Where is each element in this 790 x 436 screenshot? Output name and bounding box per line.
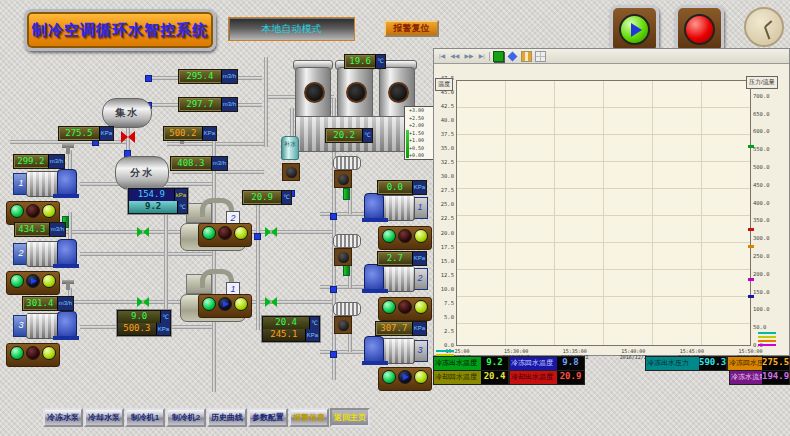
nav-return-home[interactable]: 返回主页 xyxy=(330,408,370,427)
strainer-icon xyxy=(333,234,361,248)
flow-readout: 297.7m3/h xyxy=(178,97,238,112)
cooling-tower xyxy=(293,58,333,116)
axis-tick: 300.0 xyxy=(753,236,787,241)
alarm-reset-button[interactable]: 报警复位 xyxy=(384,20,439,37)
cooling-pump-3[interactable]: 3 xyxy=(362,335,428,365)
pressure-readout: 275.5KPa xyxy=(58,126,114,141)
nav-alarm-info[interactable]: 报警信息 xyxy=(289,408,329,427)
pipe-sensor xyxy=(330,286,337,293)
axis-tick: 12.5 xyxy=(434,273,454,278)
nav-cooling-pump[interactable]: 冷却水泵 xyxy=(84,408,124,427)
zoom-in-icon[interactable] xyxy=(493,51,504,62)
cooling-pump2-press-readout: 2.7KPa xyxy=(377,251,427,266)
legend-chilled-supply-temp: 冷冻出水温度 9.2 xyxy=(433,356,509,371)
cooling-pump1-status-lights xyxy=(378,226,432,250)
axis-tick: 27.5 xyxy=(434,188,454,193)
level-mark: +3.00 xyxy=(409,108,433,113)
axis-tick: 20.0 xyxy=(434,231,454,236)
chiller-1[interactable]: 1 xyxy=(180,274,244,324)
axis-tick: 200.0 xyxy=(753,272,787,277)
axis-tick: 10.0 xyxy=(434,287,454,292)
gate-valve-icon xyxy=(62,144,74,148)
chilled-pump-3[interactable]: 3 xyxy=(13,310,79,340)
grid-toggle-icon[interactable] xyxy=(535,51,546,62)
axis-marker xyxy=(748,295,754,298)
nav-chiller-2[interactable]: 制冷机2 xyxy=(166,408,206,427)
axis-tick: 5.0 xyxy=(434,315,454,320)
rewind-icon[interactable]: ◀◀ xyxy=(449,51,460,61)
first-page-icon[interactable]: |◀ xyxy=(438,51,446,61)
pipe xyxy=(320,350,364,354)
collect-water-tank: 集水 xyxy=(102,98,152,128)
start-icon xyxy=(619,14,650,45)
stop-icon xyxy=(684,14,715,45)
forward-icon[interactable]: ▶▶ xyxy=(463,51,474,61)
level-mark: +1.50 xyxy=(409,131,433,136)
stop-button[interactable] xyxy=(675,5,724,54)
cooling-pump3-press-readout: 307.7KPa xyxy=(375,321,427,336)
pump3-flow-readout: 301.4m3/h xyxy=(22,296,74,311)
pump3-status-lights xyxy=(6,343,60,367)
axis-tick: 37.5 xyxy=(434,132,454,137)
app-title: 制冷空调循环水智控系统 xyxy=(32,21,208,40)
pan-icon[interactable] xyxy=(507,51,517,61)
hmi-screen: 制冷空调循环水智控系统 本地自动模式 报警复位 xyxy=(0,0,790,436)
axis-tick: 250.0 xyxy=(753,254,787,259)
level-mark: +1.00 xyxy=(409,138,433,143)
chilled-pump-2[interactable]: 2 xyxy=(13,238,79,268)
cooling-pump-1[interactable]: 1 xyxy=(362,192,428,222)
nav-parameter-config[interactable]: 参数配置 xyxy=(248,408,288,427)
pump1-flow-readout: 299.2m3/h xyxy=(13,154,65,169)
pipe xyxy=(264,57,268,147)
nav-chiller-1[interactable]: 制冷机1 xyxy=(125,408,165,427)
fan-icon xyxy=(304,82,325,103)
axis-tick: 40.0 xyxy=(434,118,454,123)
aux-pump xyxy=(334,170,352,188)
pipe xyxy=(320,212,364,216)
start-button[interactable] xyxy=(610,5,659,54)
cooling-pump-2[interactable]: 2 xyxy=(362,263,428,293)
axis-tick: 32.5 xyxy=(434,160,454,165)
supply-press-temp-readout: 154.9kPa 9.2℃ xyxy=(128,188,188,214)
mode-display: 本地自动模式 xyxy=(228,17,355,41)
legend-chilled-supply-press: 冷冻出水压力 590.3 xyxy=(645,356,727,371)
aux-pump xyxy=(334,316,352,334)
fan-icon xyxy=(388,82,409,103)
cooling-pump3-status-lights xyxy=(378,367,432,391)
clock xyxy=(744,7,784,47)
chiller-2[interactable]: 2 xyxy=(180,203,244,253)
nav-history-curve[interactable]: 历史曲线 xyxy=(207,408,247,427)
axis-tick: 500.0 xyxy=(753,165,787,170)
aux-pump xyxy=(334,248,352,266)
axis-tick: 350.0 xyxy=(753,218,787,223)
axis-tick: 450.0 xyxy=(753,183,787,188)
level-mark: +2.00 xyxy=(409,123,433,128)
legend-chilled-return-press: 冷冻回水压力 275.5 xyxy=(727,356,790,371)
plot-area xyxy=(456,80,751,346)
legend-chilled-flow: 冷冻水流量 194.9 xyxy=(729,370,790,385)
chilled-pump-1[interactable]: 1 xyxy=(13,168,79,198)
axis-marker xyxy=(748,245,754,248)
axis-tick: 25.0 xyxy=(434,202,454,207)
chart-frame: 温度 压力/流量 47.545.042.540.037.535.032.530.… xyxy=(434,64,789,355)
tank-label: 分水 xyxy=(130,166,154,180)
axis-marker xyxy=(748,228,754,231)
axis-tick: 30.0 xyxy=(434,174,454,179)
makeup-water-tank: 补水 xyxy=(281,136,299,160)
chart-toolbar: |◀ ◀◀ ▶▶ ▶| xyxy=(434,49,789,64)
axis-tick: 700.0 xyxy=(753,94,787,99)
pipe-sensor xyxy=(254,233,261,240)
time-range-icon[interactable] xyxy=(521,51,532,62)
flow-readout: 408.3m3/h xyxy=(170,156,228,171)
axis-tick: 7.5 xyxy=(434,301,454,306)
axis-tick: 600.0 xyxy=(753,129,787,134)
lever-valve-icon xyxy=(343,188,350,200)
last-page-icon[interactable]: ▶| xyxy=(478,51,486,61)
nav-chilled-pump[interactable]: 冷冻水泵 xyxy=(43,408,83,427)
chiller1-right-readout: 20.4℃ 245.1KPa xyxy=(262,316,320,342)
axis-tick: 150.0 xyxy=(753,290,787,295)
pipe-sensor xyxy=(330,351,337,358)
cooling-pump1-press-readout: 0.0KPa xyxy=(377,180,427,195)
right-axis-ticks: 750.0700.0650.0600.0550.0500.0450.0400.0… xyxy=(753,76,787,348)
pump2-flow-readout: 434.3m3/h xyxy=(14,222,66,237)
